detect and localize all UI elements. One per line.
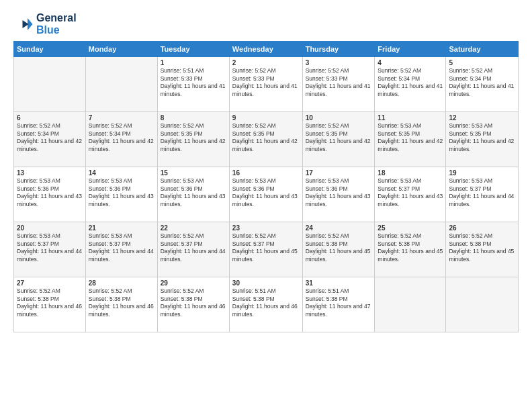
weekday-header-saturday: Saturday — [446, 42, 519, 57]
day-number: 10 — [306, 114, 372, 122]
day-number: 30 — [232, 279, 300, 287]
day-info: Sunrise: 5:51 AM Sunset: 5:33 PM Dayligh… — [161, 67, 226, 98]
calendar-cell: 1Sunrise: 5:51 AM Sunset: 5:33 PM Daylig… — [157, 57, 229, 112]
weekday-header-tuesday: Tuesday — [157, 42, 229, 57]
day-info: Sunrise: 5:52 AM Sunset: 5:37 PM Dayligh… — [161, 232, 226, 263]
day-number: 15 — [161, 169, 226, 177]
day-number: 6 — [17, 114, 83, 122]
weekday-header-thursday: Thursday — [302, 42, 375, 57]
calendar-cell: 16Sunrise: 5:53 AM Sunset: 5:36 PM Dayli… — [229, 167, 302, 222]
day-number: 4 — [378, 59, 443, 66]
calendar-cell: 13Sunrise: 5:53 AM Sunset: 5:36 PM Dayli… — [14, 167, 86, 222]
day-info: Sunrise: 5:53 AM Sunset: 5:37 PM Dayligh… — [449, 177, 515, 208]
calendar-cell: 25Sunrise: 5:52 AM Sunset: 5:38 PM Dayli… — [375, 222, 446, 277]
day-info: Sunrise: 5:52 AM Sunset: 5:34 PM Dayligh… — [449, 67, 515, 98]
calendar-cell: 26Sunrise: 5:52 AM Sunset: 5:38 PM Dayli… — [446, 222, 519, 277]
day-number: 18 — [378, 169, 443, 177]
day-info: Sunrise: 5:53 AM Sunset: 5:36 PM Dayligh… — [161, 177, 226, 208]
day-info: Sunrise: 5:52 AM Sunset: 5:38 PM Dayligh… — [378, 232, 443, 263]
day-number: 17 — [306, 169, 372, 177]
calendar-cell: 21Sunrise: 5:53 AM Sunset: 5:37 PM Dayli… — [85, 222, 157, 277]
week-row-2: 6Sunrise: 5:52 AM Sunset: 5:34 PM Daylig… — [14, 112, 519, 167]
day-number: 5 — [449, 59, 515, 66]
calendar-cell: 24Sunrise: 5:52 AM Sunset: 5:38 PM Dayli… — [302, 222, 375, 277]
calendar-cell: 23Sunrise: 5:52 AM Sunset: 5:37 PM Dayli… — [229, 222, 302, 277]
calendar-cell: 14Sunrise: 5:53 AM Sunset: 5:36 PM Dayli… — [85, 167, 157, 222]
day-info: Sunrise: 5:52 AM Sunset: 5:38 PM Dayligh… — [306, 232, 372, 263]
day-info: Sunrise: 5:53 AM Sunset: 5:37 PM Dayligh… — [17, 232, 83, 263]
day-number: 19 — [449, 169, 515, 177]
weekday-header-sunday: Sunday — [14, 42, 86, 57]
week-row-1: 1Sunrise: 5:51 AM Sunset: 5:33 PM Daylig… — [14, 57, 519, 112]
day-info: Sunrise: 5:53 AM Sunset: 5:36 PM Dayligh… — [232, 177, 300, 208]
day-number: 8 — [161, 114, 226, 122]
calendar-cell — [85, 57, 157, 112]
day-info: Sunrise: 5:53 AM Sunset: 5:36 PM Dayligh… — [306, 177, 372, 208]
calendar-cell: 22Sunrise: 5:52 AM Sunset: 5:37 PM Dayli… — [157, 222, 229, 277]
calendar-cell: 6Sunrise: 5:52 AM Sunset: 5:34 PM Daylig… — [14, 112, 86, 167]
logo-text: General Blue — [36, 12, 77, 36]
day-number: 3 — [306, 59, 372, 66]
day-number: 11 — [378, 114, 443, 122]
calendar-cell: 27Sunrise: 5:52 AM Sunset: 5:38 PM Dayli… — [14, 277, 86, 332]
calendar-header-row: SundayMondayTuesdayWednesdayThursdayFrid… — [14, 42, 519, 57]
day-number: 14 — [89, 169, 154, 177]
day-info: Sunrise: 5:52 AM Sunset: 5:35 PM Dayligh… — [232, 122, 300, 153]
day-number: 29 — [161, 279, 226, 287]
week-row-3: 13Sunrise: 5:53 AM Sunset: 5:36 PM Dayli… — [14, 167, 519, 222]
calendar-cell — [14, 57, 86, 112]
day-info: Sunrise: 5:52 AM Sunset: 5:34 PM Dayligh… — [378, 67, 443, 98]
day-number: 27 — [17, 279, 83, 287]
calendar-cell: 11Sunrise: 5:53 AM Sunset: 5:35 PM Dayli… — [375, 112, 446, 167]
weekday-header-friday: Friday — [375, 42, 446, 57]
day-info: Sunrise: 5:51 AM Sunset: 5:38 PM Dayligh… — [232, 287, 300, 318]
day-number: 1 — [161, 59, 226, 66]
day-info: Sunrise: 5:53 AM Sunset: 5:36 PM Dayligh… — [89, 177, 154, 208]
day-info: Sunrise: 5:53 AM Sunset: 5:35 PM Dayligh… — [449, 122, 515, 153]
calendar-cell: 19Sunrise: 5:53 AM Sunset: 5:37 PM Dayli… — [446, 167, 519, 222]
week-row-5: 27Sunrise: 5:52 AM Sunset: 5:38 PM Dayli… — [14, 277, 519, 332]
day-number: 31 — [306, 279, 372, 287]
calendar-cell: 18Sunrise: 5:53 AM Sunset: 5:37 PM Dayli… — [375, 167, 446, 222]
day-number: 20 — [17, 224, 83, 232]
calendar-cell: 28Sunrise: 5:52 AM Sunset: 5:38 PM Dayli… — [85, 277, 157, 332]
day-number: 9 — [232, 114, 300, 122]
calendar-cell: 7Sunrise: 5:52 AM Sunset: 5:34 PM Daylig… — [85, 112, 157, 167]
day-info: Sunrise: 5:52 AM Sunset: 5:35 PM Dayligh… — [161, 122, 226, 153]
day-number: 16 — [232, 169, 300, 177]
day-info: Sunrise: 5:52 AM Sunset: 5:38 PM Dayligh… — [161, 287, 226, 318]
day-info: Sunrise: 5:53 AM Sunset: 5:36 PM Dayligh… — [17, 177, 83, 208]
logo: General Blue — [13, 12, 77, 36]
day-number: 13 — [17, 169, 83, 177]
weekday-header-monday: Monday — [85, 42, 157, 57]
day-number: 22 — [161, 224, 226, 232]
day-number: 24 — [306, 224, 372, 232]
calendar-cell: 31Sunrise: 5:51 AM Sunset: 5:38 PM Dayli… — [302, 277, 375, 332]
day-info: Sunrise: 5:52 AM Sunset: 5:34 PM Dayligh… — [89, 122, 154, 153]
calendar-cell: 2Sunrise: 5:52 AM Sunset: 5:33 PM Daylig… — [229, 57, 302, 112]
day-info: Sunrise: 5:52 AM Sunset: 5:34 PM Dayligh… — [17, 122, 83, 153]
calendar-cell: 15Sunrise: 5:53 AM Sunset: 5:36 PM Dayli… — [157, 167, 229, 222]
calendar-cell: 8Sunrise: 5:52 AM Sunset: 5:35 PM Daylig… — [157, 112, 229, 167]
calendar-cell: 4Sunrise: 5:52 AM Sunset: 5:34 PM Daylig… — [375, 57, 446, 112]
calendar-cell — [446, 277, 519, 332]
day-number: 7 — [89, 114, 154, 122]
day-number: 28 — [89, 279, 154, 287]
day-info: Sunrise: 5:51 AM Sunset: 5:38 PM Dayligh… — [306, 287, 372, 318]
day-info: Sunrise: 5:53 AM Sunset: 5:35 PM Dayligh… — [378, 122, 443, 153]
day-number: 21 — [89, 224, 154, 232]
day-info: Sunrise: 5:52 AM Sunset: 5:38 PM Dayligh… — [89, 287, 154, 318]
calendar-cell: 20Sunrise: 5:53 AM Sunset: 5:37 PM Dayli… — [14, 222, 86, 277]
week-row-4: 20Sunrise: 5:53 AM Sunset: 5:37 PM Dayli… — [14, 222, 519, 277]
calendar-cell: 29Sunrise: 5:52 AM Sunset: 5:38 PM Dayli… — [157, 277, 229, 332]
day-number: 2 — [232, 59, 300, 66]
page: General Blue SundayMondayTuesdayWednesda… — [0, 0, 532, 411]
weekday-header-wednesday: Wednesday — [229, 42, 302, 57]
day-info: Sunrise: 5:52 AM Sunset: 5:38 PM Dayligh… — [17, 287, 83, 318]
day-number: 23 — [232, 224, 300, 232]
calendar-cell: 5Sunrise: 5:52 AM Sunset: 5:34 PM Daylig… — [446, 57, 519, 112]
calendar-cell: 9Sunrise: 5:52 AM Sunset: 5:35 PM Daylig… — [229, 112, 302, 167]
day-info: Sunrise: 5:52 AM Sunset: 5:37 PM Dayligh… — [232, 232, 300, 263]
calendar-cell: 30Sunrise: 5:51 AM Sunset: 5:38 PM Dayli… — [229, 277, 302, 332]
day-number: 12 — [449, 114, 515, 122]
